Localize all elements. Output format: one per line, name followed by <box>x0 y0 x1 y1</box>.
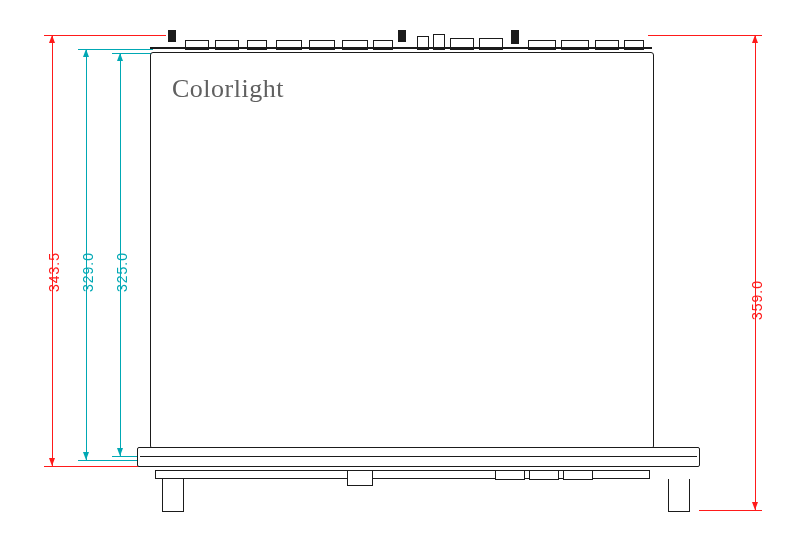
bottom-connector-1 <box>495 470 525 480</box>
ext-line-top-mid <box>78 49 153 50</box>
arrow-down-inner <box>117 448 123 456</box>
drawing-canvas: { "brand": "Colorlight", "dimensions": {… <box>0 0 802 554</box>
dim-label-right: 359.0 <box>749 280 765 320</box>
arrow-down-outer <box>49 458 55 466</box>
arrow-up-inner <box>117 53 123 61</box>
component-chip-1 <box>168 30 176 42</box>
component-chip-2 <box>398 30 406 42</box>
arrow-up-outer <box>49 35 55 43</box>
ext-line-bot-outer <box>44 466 140 467</box>
ext-line-bot-mid <box>78 460 138 461</box>
dim-label-left-mid: 329.0 <box>80 252 96 292</box>
ext-line-top-right <box>648 35 762 36</box>
device-base-plate <box>137 447 700 467</box>
device-front-face <box>150 52 654 449</box>
arrow-up-mid <box>83 49 89 57</box>
dim-label-left-inner: 325.0 <box>114 252 130 292</box>
device-foot-right <box>668 479 690 512</box>
dimline-right <box>755 35 756 510</box>
bottom-connector-2 <box>529 470 559 480</box>
device-foot-left <box>162 479 184 512</box>
bottom-connector-center <box>347 470 373 486</box>
component-top-baseline <box>150 47 652 49</box>
bottom-connector-3 <box>563 470 593 480</box>
ext-line-top-outer <box>44 35 166 36</box>
dimline-left-outer <box>52 35 53 466</box>
device-base-line <box>140 456 697 457</box>
brand-text: Colorlight <box>172 74 284 104</box>
arrow-down-right <box>752 502 758 510</box>
dim-label-left-outer: 343.5 <box>46 252 62 292</box>
ext-line-bot-right <box>699 510 762 511</box>
arrow-down-mid <box>83 452 89 460</box>
arrow-up-right <box>752 35 758 43</box>
component-chip-3 <box>511 30 519 44</box>
